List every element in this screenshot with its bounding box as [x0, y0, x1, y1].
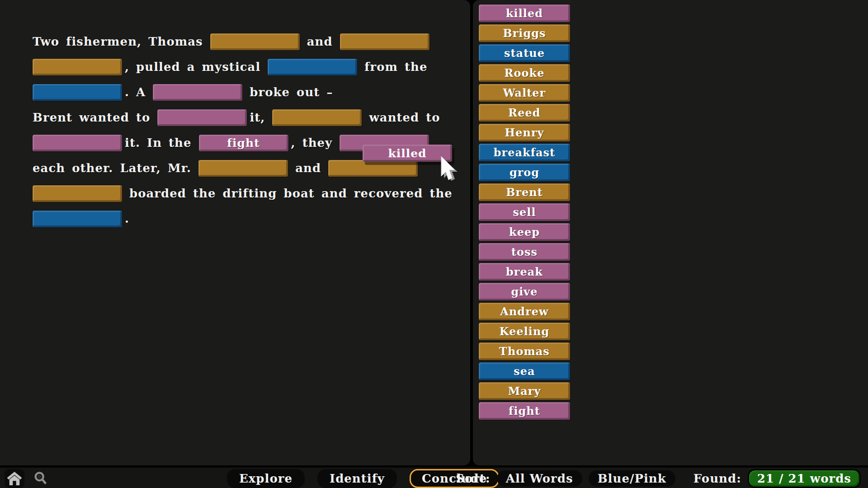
word-pill[interactable]: break: [479, 263, 570, 281]
word-pill[interactable]: sea: [479, 362, 570, 380]
word-pill[interactable]: Rooke: [479, 64, 570, 82]
story-text-segment: and: [295, 161, 321, 175]
word-slot-blank[interactable]: [340, 33, 429, 50]
story-line: . Abroke out –: [33, 80, 462, 105]
story-text-segment: it,: [250, 111, 265, 124]
story-text-segment: wanted to: [369, 111, 440, 124]
sort-label: Sort:: [456, 472, 490, 485]
word-pill[interactable]: Andrew: [479, 303, 570, 320]
cursor-pointer-icon: [438, 155, 459, 186]
word-list: killedBriggsstatueRookeWalterReedHenrybr…: [479, 5, 570, 422]
word-pill[interactable]: breakfast: [479, 144, 570, 161]
story-text-segment: Two fishermen, Thomas: [33, 35, 203, 48]
story-line: .: [33, 206, 462, 231]
story-text-segment: Brent wanted to: [33, 111, 150, 124]
word-pill[interactable]: statue: [479, 44, 570, 62]
story-text-segment: . A: [125, 85, 146, 99]
home-icon[interactable]: [5, 469, 24, 488]
word-pill[interactable]: give: [479, 283, 570, 300]
story-text-segment: broke out –: [250, 85, 333, 99]
word-slot-blank[interactable]: [33, 211, 122, 227]
word-slot-blank[interactable]: [33, 185, 122, 202]
word-slot-blank[interactable]: [153, 84, 242, 101]
story-text-segment: it. In the: [125, 136, 192, 150]
word-pill[interactable]: Brent: [479, 183, 570, 201]
story-text-segment: and: [307, 35, 333, 48]
toolbar-left-icons: [5, 469, 51, 488]
story-text-segment: .: [125, 212, 129, 225]
story-text-segment: each other. Later, Mr.: [33, 161, 191, 175]
story-line: boarded the drifting boat and recovered …: [33, 181, 462, 206]
word-slot-blank[interactable]: [210, 33, 300, 50]
tab-explore[interactable]: Explore: [227, 469, 305, 488]
word-pill[interactable]: killed: [479, 5, 570, 22]
bottom-toolbar: Explore Identify Conclude Sort: All Word…: [0, 466, 868, 488]
story-text-area: Two fishermen, Thomasand, pulled a mysti…: [33, 29, 462, 231]
story-panel: Two fishermen, Thomasand, pulled a mysti…: [0, 0, 470, 465]
word-slot-blank[interactable]: [328, 160, 418, 177]
story-line: Two fishermen, Thomasand: [33, 29, 462, 54]
word-slot-blank[interactable]: [198, 160, 288, 177]
word-pill[interactable]: fight: [479, 402, 570, 420]
word-pill[interactable]: Thomas: [479, 343, 570, 360]
sort-blue-pink-button[interactable]: Blue/Pink: [589, 470, 675, 487]
story-text-segment: , pulled a mystical: [125, 60, 260, 74]
word-pill[interactable]: toss: [479, 243, 570, 261]
word-slot-blank[interactable]: [272, 109, 362, 126]
story-line: Brent wanted toit,wanted to: [33, 105, 462, 130]
word-slot-blank[interactable]: [33, 135, 122, 151]
word-pill[interactable]: Mary: [479, 382, 570, 400]
word-slot-blank[interactable]: [157, 109, 247, 126]
word-pill[interactable]: Henry: [479, 124, 570, 141]
game-screen: Two fishermen, Thomasand, pulled a mysti…: [0, 0, 868, 488]
story-text-segment: from the: [364, 60, 427, 74]
story-line: , pulled a mysticalfrom the: [33, 54, 462, 80]
word-pill[interactable]: sell: [479, 203, 570, 221]
word-slot-blank[interactable]: [33, 59, 122, 75]
word-slot-filled[interactable]: fight: [199, 135, 288, 151]
tab-identify[interactable]: Identify: [317, 469, 397, 488]
word-pill[interactable]: Reed: [479, 104, 570, 122]
story-text-segment: , they: [291, 136, 333, 150]
word-pill[interactable]: Keeling: [479, 323, 570, 340]
word-slot-blank[interactable]: [268, 59, 357, 75]
word-pill[interactable]: Walter: [479, 84, 570, 102]
word-slot-blank[interactable]: [33, 84, 122, 101]
toolbar-right-controls: Sort: All Words Blue/Pink Found: 21 / 21…: [456, 469, 861, 488]
search-icon[interactable]: [31, 469, 51, 488]
word-pill[interactable]: keep: [479, 223, 570, 241]
word-pill[interactable]: Briggs: [479, 24, 570, 42]
sort-all-words-button[interactable]: All Words: [497, 470, 582, 487]
story-text-segment: boarded the drifting boat and recovered …: [129, 187, 453, 200]
found-count-badge: 21 / 21 words: [748, 469, 861, 488]
found-label: Found:: [693, 472, 741, 485]
word-pill[interactable]: grog: [479, 164, 570, 181]
